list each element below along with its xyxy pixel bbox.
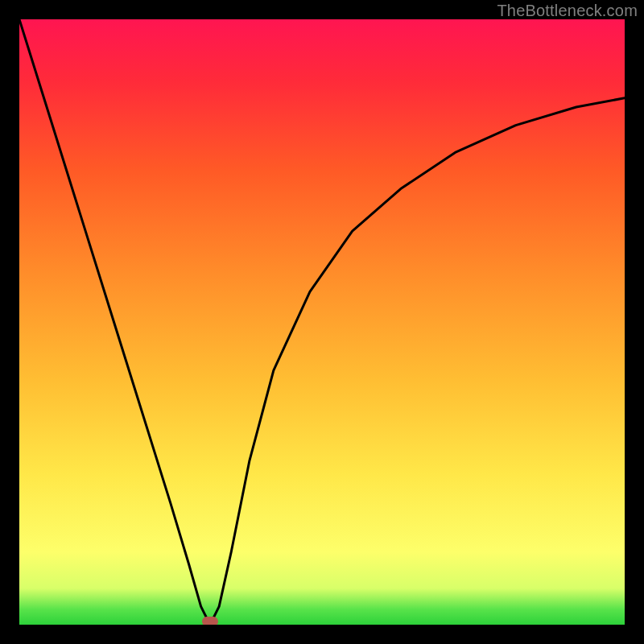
plot-area — [19, 19, 625, 625]
watermark-text: TheBottleneck.com — [497, 2, 638, 20]
chart-frame: TheBottleneck.com — [0, 0, 644, 644]
minimum-marker — [202, 617, 218, 625]
bottleneck-curve — [19, 19, 625, 625]
